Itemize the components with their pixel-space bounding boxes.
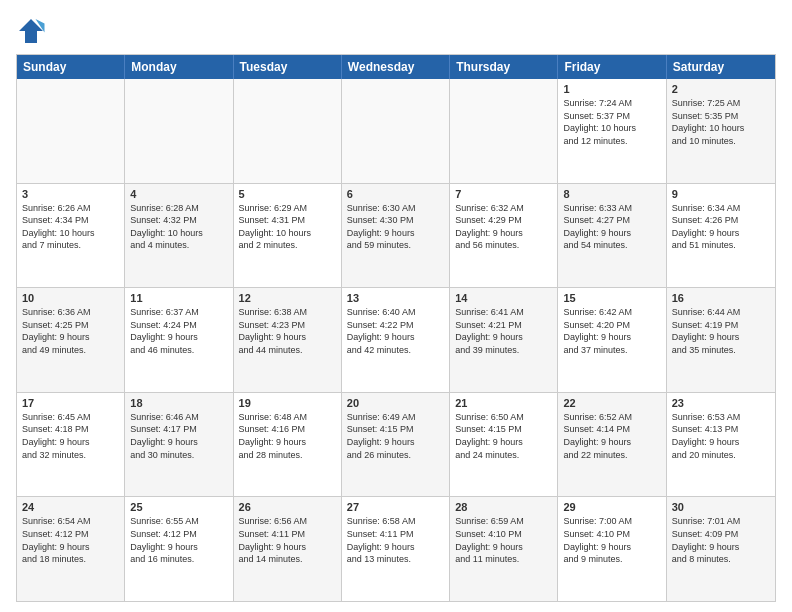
day-info: Sunrise: 6:33 AM Sunset: 4:27 PM Dayligh…	[563, 202, 660, 252]
calendar-cell-3-2: 19Sunrise: 6:48 AM Sunset: 4:16 PM Dayli…	[234, 393, 342, 497]
calendar-cell-1-1: 4Sunrise: 6:28 AM Sunset: 4:32 PM Daylig…	[125, 184, 233, 288]
day-info: Sunrise: 7:00 AM Sunset: 4:10 PM Dayligh…	[563, 515, 660, 565]
day-info: Sunrise: 6:49 AM Sunset: 4:15 PM Dayligh…	[347, 411, 444, 461]
day-info: Sunrise: 6:30 AM Sunset: 4:30 PM Dayligh…	[347, 202, 444, 252]
calendar-cell-1-6: 9Sunrise: 6:34 AM Sunset: 4:26 PM Daylig…	[667, 184, 775, 288]
day-number: 11	[130, 292, 227, 304]
calendar-header: SundayMondayTuesdayWednesdayThursdayFrid…	[17, 55, 775, 79]
day-info: Sunrise: 6:56 AM Sunset: 4:11 PM Dayligh…	[239, 515, 336, 565]
calendar-cell-1-4: 7Sunrise: 6:32 AM Sunset: 4:29 PM Daylig…	[450, 184, 558, 288]
calendar-cell-0-3	[342, 79, 450, 183]
calendar-cell-4-1: 25Sunrise: 6:55 AM Sunset: 4:12 PM Dayli…	[125, 497, 233, 601]
calendar-cell-2-1: 11Sunrise: 6:37 AM Sunset: 4:24 PM Dayli…	[125, 288, 233, 392]
calendar-cell-0-2	[234, 79, 342, 183]
day-number: 13	[347, 292, 444, 304]
day-info: Sunrise: 6:48 AM Sunset: 4:16 PM Dayligh…	[239, 411, 336, 461]
day-info: Sunrise: 6:38 AM Sunset: 4:23 PM Dayligh…	[239, 306, 336, 356]
day-info: Sunrise: 6:46 AM Sunset: 4:17 PM Dayligh…	[130, 411, 227, 461]
calendar-cell-2-0: 10Sunrise: 6:36 AM Sunset: 4:25 PM Dayli…	[17, 288, 125, 392]
calendar-cell-3-5: 22Sunrise: 6:52 AM Sunset: 4:14 PM Dayli…	[558, 393, 666, 497]
day-info: Sunrise: 6:45 AM Sunset: 4:18 PM Dayligh…	[22, 411, 119, 461]
day-number: 26	[239, 501, 336, 513]
day-info: Sunrise: 6:52 AM Sunset: 4:14 PM Dayligh…	[563, 411, 660, 461]
calendar-cell-4-4: 28Sunrise: 6:59 AM Sunset: 4:10 PM Dayli…	[450, 497, 558, 601]
header-day-saturday: Saturday	[667, 55, 775, 79]
calendar-cell-4-2: 26Sunrise: 6:56 AM Sunset: 4:11 PM Dayli…	[234, 497, 342, 601]
day-number: 23	[672, 397, 770, 409]
calendar-cell-0-1	[125, 79, 233, 183]
day-number: 1	[563, 83, 660, 95]
calendar-cell-3-6: 23Sunrise: 6:53 AM Sunset: 4:13 PM Dayli…	[667, 393, 775, 497]
calendar-cell-0-0	[17, 79, 125, 183]
logo	[16, 16, 50, 46]
header-day-friday: Friday	[558, 55, 666, 79]
day-info: Sunrise: 6:32 AM Sunset: 4:29 PM Dayligh…	[455, 202, 552, 252]
day-number: 29	[563, 501, 660, 513]
day-number: 20	[347, 397, 444, 409]
header	[16, 16, 776, 46]
calendar-cell-0-5: 1Sunrise: 7:24 AM Sunset: 5:37 PM Daylig…	[558, 79, 666, 183]
header-day-tuesday: Tuesday	[234, 55, 342, 79]
day-number: 16	[672, 292, 770, 304]
day-number: 25	[130, 501, 227, 513]
day-number: 22	[563, 397, 660, 409]
day-number: 30	[672, 501, 770, 513]
header-day-monday: Monday	[125, 55, 233, 79]
calendar: SundayMondayTuesdayWednesdayThursdayFrid…	[16, 54, 776, 602]
day-info: Sunrise: 7:01 AM Sunset: 4:09 PM Dayligh…	[672, 515, 770, 565]
calendar-row-1: 3Sunrise: 6:26 AM Sunset: 4:34 PM Daylig…	[17, 183, 775, 288]
calendar-row-4: 24Sunrise: 6:54 AM Sunset: 4:12 PM Dayli…	[17, 496, 775, 601]
calendar-cell-1-2: 5Sunrise: 6:29 AM Sunset: 4:31 PM Daylig…	[234, 184, 342, 288]
day-info: Sunrise: 6:36 AM Sunset: 4:25 PM Dayligh…	[22, 306, 119, 356]
day-number: 18	[130, 397, 227, 409]
day-number: 12	[239, 292, 336, 304]
day-number: 10	[22, 292, 119, 304]
day-info: Sunrise: 6:50 AM Sunset: 4:15 PM Dayligh…	[455, 411, 552, 461]
day-info: Sunrise: 6:29 AM Sunset: 4:31 PM Dayligh…	[239, 202, 336, 252]
header-day-wednesday: Wednesday	[342, 55, 450, 79]
day-info: Sunrise: 6:42 AM Sunset: 4:20 PM Dayligh…	[563, 306, 660, 356]
calendar-cell-4-6: 30Sunrise: 7:01 AM Sunset: 4:09 PM Dayli…	[667, 497, 775, 601]
day-number: 14	[455, 292, 552, 304]
day-number: 2	[672, 83, 770, 95]
day-number: 28	[455, 501, 552, 513]
day-number: 3	[22, 188, 119, 200]
page: SundayMondayTuesdayWednesdayThursdayFrid…	[0, 0, 792, 612]
calendar-cell-4-5: 29Sunrise: 7:00 AM Sunset: 4:10 PM Dayli…	[558, 497, 666, 601]
calendar-cell-3-0: 17Sunrise: 6:45 AM Sunset: 4:18 PM Dayli…	[17, 393, 125, 497]
header-day-thursday: Thursday	[450, 55, 558, 79]
calendar-cell-0-6: 2Sunrise: 7:25 AM Sunset: 5:35 PM Daylig…	[667, 79, 775, 183]
day-number: 15	[563, 292, 660, 304]
day-info: Sunrise: 6:40 AM Sunset: 4:22 PM Dayligh…	[347, 306, 444, 356]
day-info: Sunrise: 6:28 AM Sunset: 4:32 PM Dayligh…	[130, 202, 227, 252]
day-info: Sunrise: 6:59 AM Sunset: 4:10 PM Dayligh…	[455, 515, 552, 565]
header-day-sunday: Sunday	[17, 55, 125, 79]
calendar-row-0: 1Sunrise: 7:24 AM Sunset: 5:37 PM Daylig…	[17, 79, 775, 183]
day-info: Sunrise: 6:26 AM Sunset: 4:34 PM Dayligh…	[22, 202, 119, 252]
day-number: 17	[22, 397, 119, 409]
calendar-cell-3-3: 20Sunrise: 6:49 AM Sunset: 4:15 PM Dayli…	[342, 393, 450, 497]
day-info: Sunrise: 6:44 AM Sunset: 4:19 PM Dayligh…	[672, 306, 770, 356]
calendar-cell-1-0: 3Sunrise: 6:26 AM Sunset: 4:34 PM Daylig…	[17, 184, 125, 288]
day-info: Sunrise: 6:53 AM Sunset: 4:13 PM Dayligh…	[672, 411, 770, 461]
logo-icon	[16, 16, 46, 46]
calendar-cell-1-5: 8Sunrise: 6:33 AM Sunset: 4:27 PM Daylig…	[558, 184, 666, 288]
calendar-cell-1-3: 6Sunrise: 6:30 AM Sunset: 4:30 PM Daylig…	[342, 184, 450, 288]
day-number: 24	[22, 501, 119, 513]
calendar-body: 1Sunrise: 7:24 AM Sunset: 5:37 PM Daylig…	[17, 79, 775, 601]
calendar-cell-2-4: 14Sunrise: 6:41 AM Sunset: 4:21 PM Dayli…	[450, 288, 558, 392]
calendar-cell-0-4	[450, 79, 558, 183]
calendar-cell-2-6: 16Sunrise: 6:44 AM Sunset: 4:19 PM Dayli…	[667, 288, 775, 392]
calendar-cell-2-2: 12Sunrise: 6:38 AM Sunset: 4:23 PM Dayli…	[234, 288, 342, 392]
calendar-row-3: 17Sunrise: 6:45 AM Sunset: 4:18 PM Dayli…	[17, 392, 775, 497]
day-number: 4	[130, 188, 227, 200]
day-number: 6	[347, 188, 444, 200]
day-number: 5	[239, 188, 336, 200]
calendar-cell-2-3: 13Sunrise: 6:40 AM Sunset: 4:22 PM Dayli…	[342, 288, 450, 392]
calendar-cell-4-3: 27Sunrise: 6:58 AM Sunset: 4:11 PM Dayli…	[342, 497, 450, 601]
day-info: Sunrise: 6:41 AM Sunset: 4:21 PM Dayligh…	[455, 306, 552, 356]
day-info: Sunrise: 6:54 AM Sunset: 4:12 PM Dayligh…	[22, 515, 119, 565]
calendar-row-2: 10Sunrise: 6:36 AM Sunset: 4:25 PM Dayli…	[17, 287, 775, 392]
day-info: Sunrise: 7:24 AM Sunset: 5:37 PM Dayligh…	[563, 97, 660, 147]
day-number: 7	[455, 188, 552, 200]
